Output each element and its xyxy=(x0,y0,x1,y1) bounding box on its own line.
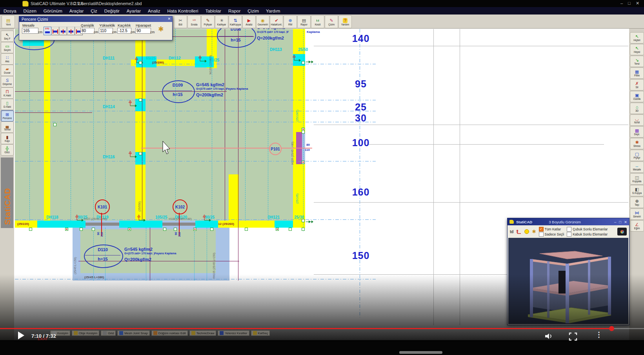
sidebar-item-mesafe[interactable]: ↔Mesafe xyxy=(630,161,644,173)
select-none-icon: ↖ xyxy=(635,34,639,39)
menu-tablolar[interactable]: Tablolar xyxy=(202,8,225,14)
genislik-input[interactable] xyxy=(80,28,95,34)
mesafe-input[interactable] xyxy=(22,28,38,34)
yukseklik-input[interactable] xyxy=(99,28,113,34)
sadece-secli-checkbox[interactable] xyxy=(539,232,544,237)
sidebar-item-kapi[interactable]: ▮Kapı xyxy=(1,133,14,144)
sidebar-item-temel[interactable]: ▄Temel xyxy=(1,121,14,133)
sidebar-item-filtre[interactable]: ▦Filtre xyxy=(630,67,644,79)
menu-araclar[interactable]: Araçlar xyxy=(66,8,87,14)
maximize-button[interactable]: □ xyxy=(628,1,631,5)
light-bulb-icon[interactable] xyxy=(524,229,529,234)
toolbar-geometri[interactable]: ◉Geometri xyxy=(256,15,269,28)
sidebar-item-hicbiri[interactable]: ↖Hiçbiri xyxy=(630,32,644,43)
window-mode-auto-button[interactable]: OTO xyxy=(44,27,51,35)
sidebar-item-khatil[interactable]: ΠK.Hatıl xyxy=(1,87,14,99)
sidebar-item-secim[interactable]: ▭Seçim xyxy=(1,42,14,53)
kabuk-sonlu-checkbox[interactable] xyxy=(567,232,571,237)
toolbar-hatakont[interactable]: ✔HataKont. xyxy=(270,15,283,28)
toggle-grid[interactable]: Grid xyxy=(101,330,116,336)
viewer3d-titlebar[interactable]: StatiCAD 3 Boyutlu Görünüm – □ ✕ xyxy=(508,218,629,225)
toolbar-yeni[interactable]: ▤Yeni xyxy=(2,15,15,28)
sidebar-item-pencere[interactable]: ⊞Pencere xyxy=(1,110,14,121)
window-mode-button[interactable] xyxy=(59,27,67,35)
sidebar-item-tasi[interactable]: ⊕Taşı xyxy=(630,197,644,208)
toolbar-cizim[interactable]: ✎Çizim xyxy=(325,15,338,28)
sidebar-item-skopya[interactable]: ◧S.Kopya xyxy=(630,185,644,196)
sidebar-item-tersi[interactable]: ↘Tersi xyxy=(630,56,644,67)
more-options-icon[interactable]: ⋮ xyxy=(595,330,602,339)
scrollbar-thumb[interactable] xyxy=(399,351,442,354)
toolbar-yardim[interactable]: ?Yardım xyxy=(338,15,352,28)
menu-ayarlar[interactable]: Ayarlar xyxy=(123,8,144,14)
cubuk-sonlu-checkbox[interactable] xyxy=(567,227,571,232)
progress-scrubber[interactable] xyxy=(609,326,614,331)
sidebar-item-3d[interactable]: ⌂3D xyxy=(630,103,644,114)
viewer3d-maximize-button[interactable]: □ xyxy=(619,220,621,224)
menu-yardim[interactable]: Yardım xyxy=(262,8,284,14)
menu-hata-kontrolleri[interactable]: Hata Kontrolleri xyxy=(164,8,202,14)
toggle-dugum-edit[interactable]: Düğüm noktası Edit xyxy=(151,330,188,336)
toggle-yetersiz-kesitler[interactable]: Yetersiz Kesitler xyxy=(218,330,249,336)
sidebar-item-doseme[interactable]: SDöşeme xyxy=(1,76,14,87)
menu-dosya[interactable]: Dosya xyxy=(0,8,20,14)
viewer3d-viewport[interactable] xyxy=(508,238,628,324)
kaciklik-input[interactable] xyxy=(117,28,131,34)
dialog-close-icon[interactable]: ✕ xyxy=(167,17,171,21)
toolbar-rapor[interactable]: ▤Rapor xyxy=(297,15,311,28)
sidebar-item-stress[interactable]: ✱Stress xyxy=(630,138,644,149)
play-button[interactable] xyxy=(18,331,24,339)
toolbar-rm[interactable]: ⊕RM xyxy=(284,15,297,28)
sidebar-item-aks[interactable]: ∷Aks xyxy=(1,53,14,65)
toolbar-prjayar[interactable]: ✎PrjAyar xyxy=(201,15,215,28)
menu-rapor[interactable]: Rapor xyxy=(225,8,244,14)
snapshot-camera-button[interactable] xyxy=(617,228,627,235)
toggle-obje-kesisim[interactable]: Obje Kesişim xyxy=(72,330,99,336)
sidebar-item-duvar[interactable]: ▰Duvar xyxy=(1,65,14,76)
sidebar-item-sec[interactable]: ↖Seç F xyxy=(1,31,14,42)
sidebar-item-egim[interactable]: ∠Eğim xyxy=(630,220,644,232)
menu-analiz[interactable]: Analiz xyxy=(144,8,164,14)
toolbar-kesit[interactable]: I-IKesit xyxy=(311,15,324,28)
toolbar-katayar[interactable]: ✳KatAyar xyxy=(215,15,228,28)
menu-ciz[interactable]: Çiz xyxy=(87,8,101,14)
window-mode-button[interactable] xyxy=(67,27,75,35)
sidebar-item-dhatil[interactable]: ▯D.Hatıl xyxy=(1,99,14,110)
toolbar-bol[interactable]: ✂Böl xyxy=(174,15,187,28)
toolbar-katkopya[interactable]: ⇅KatKopya xyxy=(229,15,242,28)
wireframe-icon[interactable]: td xyxy=(510,230,513,234)
tum-katlar-checkbox[interactable]: ✓ xyxy=(539,227,544,232)
fullscreen-icon[interactable] xyxy=(569,332,577,341)
toggle-technicdraw[interactable]: TechnicDraw xyxy=(189,330,216,336)
sidebar-item-prjayr[interactable]: ▢PrjAyr xyxy=(630,150,644,161)
sidebar-item-kopyala[interactable]: ◫Kopyala xyxy=(630,173,644,185)
sidebar-label: Kapı xyxy=(5,139,10,142)
minimize-button[interactable]: – xyxy=(620,1,623,5)
toggle-mesh-joint-snap[interactable]: Mesh Joint Snap xyxy=(117,330,150,336)
toggle-katsec[interactable]: KatSeç xyxy=(251,330,270,336)
sidebar-item-sil[interactable]: ✗Sil xyxy=(630,79,644,91)
sidebar-item-nvm[interactable]: ◡NVM xyxy=(630,114,644,126)
report-icon: ▤ xyxy=(302,18,306,23)
hparapet-input[interactable] xyxy=(135,28,151,34)
sidebar-item-depl[interactable]: ▩Depl. xyxy=(630,126,644,138)
viewer3d-minimize-button[interactable]: – xyxy=(614,220,616,224)
sidebar-item-gucl[interactable]: ╬Gücl. xyxy=(1,144,14,156)
window-mode-button[interactable] xyxy=(51,27,59,35)
close-button[interactable]: ✕ xyxy=(636,1,639,6)
menu-degistir[interactable]: Değiştir xyxy=(101,8,123,14)
viewer3d-close-button[interactable]: ✕ xyxy=(624,220,627,224)
toolbar-sirala[interactable]: ¹²³Sırala xyxy=(187,15,201,28)
menu-gorunum[interactable]: Görünüm xyxy=(40,8,66,14)
menu-cizim[interactable]: Çizim xyxy=(244,8,262,14)
sidebar-item-hepsi[interactable]: ↖Hepsi xyxy=(630,44,644,55)
axis-tripod-icon[interactable] xyxy=(516,229,522,234)
toolbar-analiz[interactable]: ▶Analiz xyxy=(242,15,256,28)
apply-gear-button[interactable]: ✱ xyxy=(156,25,166,35)
sidebar-item-ozellik[interactable]: ▣Özellik xyxy=(630,91,644,102)
menu-duzen[interactable]: Düzen xyxy=(20,8,40,14)
dialog-titlebar[interactable]: Pencere Çizimi ✕ xyxy=(19,16,172,22)
render-settings-icon[interactable]: ✱ xyxy=(532,229,536,234)
volume-icon[interactable] xyxy=(544,333,554,340)
sidebar-item-simetri[interactable]: ⋈Simetri xyxy=(630,208,644,220)
